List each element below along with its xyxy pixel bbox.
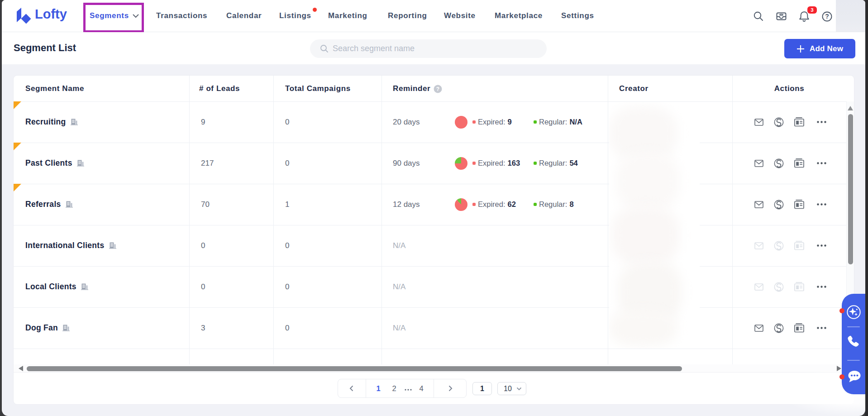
- svg-text:?: ?: [436, 86, 439, 92]
